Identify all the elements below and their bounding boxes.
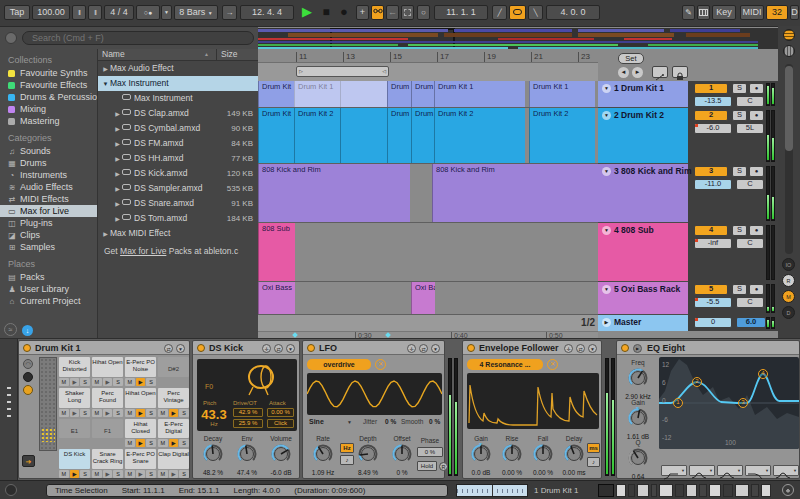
show-r-toggle[interactable]: R <box>782 274 795 287</box>
file-list-row[interactable]: ▶DS Clap.amxd149 KB <box>98 106 258 121</box>
device-chain-thumbnail[interactable] <box>651 484 657 497</box>
track-number-button[interactable]: 1 <box>694 83 728 94</box>
follow-button[interactable]: → <box>222 5 237 20</box>
drum-pad-e1[interactable]: E1M▶S <box>59 419 90 448</box>
show-m-toggle[interactable]: M <box>782 290 795 303</box>
device-chain-thumbnail[interactable] <box>616 484 626 497</box>
auto-select-toggle[interactable]: ➔ <box>22 455 35 467</box>
env-knob-value[interactable]: 47.4 % <box>230 469 264 477</box>
prev-locator-button[interactable]: ◄ <box>618 67 629 78</box>
track-pan-field[interactable]: C <box>736 96 764 107</box>
browser-collapse-button[interactable] <box>5 32 17 44</box>
pad-play-button[interactable]: ▶ <box>103 409 113 417</box>
filter-type-menu[interactable]: ▼ <box>745 465 771 476</box>
clip[interactable]: 808 Sub <box>258 223 295 281</box>
track-volume-field[interactable]: -6.0 <box>694 123 732 134</box>
pad-name[interactable]: Kick Distorted <box>59 357 90 377</box>
sidebar-item-drums[interactable]: ▦Drums <box>0 157 97 169</box>
master-volume-field[interactable]: 0 <box>694 317 732 328</box>
pad-mute-button[interactable]: M <box>125 378 135 386</box>
beat-time-ruler[interactable]: 11131517192123 <box>258 49 598 63</box>
pad-play-button[interactable]: ▶ <box>169 409 179 417</box>
drum-pad-shaker-long[interactable]: Shaker LongM▶S <box>59 388 90 417</box>
map-mode-icon[interactable]: ✛ <box>262 344 271 353</box>
macro-view-toggle[interactable]: ◠ <box>23 359 33 369</box>
drum-pad-clap-digital[interactable]: Clap DigitalM▶S <box>158 449 189 478</box>
device-chain-thumbnails[interactable] <box>598 484 776 497</box>
sidebar-item-clips[interactable]: ◪Clips <box>0 229 97 241</box>
device-on-toggle[interactable] <box>23 344 31 352</box>
arrangement-overview[interactable] <box>258 28 784 49</box>
unmap-icon[interactable]: ✕ <box>547 359 558 370</box>
device-chain-thumbnail[interactable] <box>659 484 673 497</box>
unfold-track-button[interactable]: ▼ <box>602 111 611 120</box>
fall-knob[interactable]: Fall0.00 % <box>526 435 560 477</box>
file-list-row[interactable]: ▶DS Cymbal.amxd90 KB <box>98 121 258 136</box>
max-for-live-link[interactable]: Max for Live <box>120 246 166 256</box>
sidebar-item-instruments[interactable]: ◔Instruments <box>0 169 97 181</box>
pad-name[interactable]: Clap Digital <box>158 449 189 469</box>
pad-play-button[interactable]: ▶ <box>103 378 113 386</box>
time-signature-field[interactable]: 4 / 4 <box>104 5 134 20</box>
sidebar-item-plug-ins[interactable]: ◫Plug-ins <box>0 217 97 229</box>
clip[interactable]: Drum Kit <box>258 108 294 163</box>
show-io-toggle[interactable]: IO <box>782 258 795 271</box>
q-knob-dial[interactable] <box>627 455 649 472</box>
clip[interactable] <box>340 108 387 163</box>
freq-knob[interactable]: Freq2.90 kHz <box>621 359 655 401</box>
device-title-bar[interactable]: Drum Kit 1 ⇄ ▼ <box>19 341 189 355</box>
filter-type-menu[interactable]: ▼ <box>717 465 743 476</box>
env-knob[interactable]: Env47.4 % <box>230 435 264 477</box>
file-list-row[interactable]: ▶Max MIDI Effect <box>98 226 258 241</box>
loop-start-handle[interactable]: ▷ <box>299 68 303 74</box>
device-chain-thumbnail[interactable] <box>699 484 707 497</box>
depth-knob[interactable]: Depth8.49 % <box>351 435 385 477</box>
drum-pad-e-perc-po-snare[interactable]: E-Perc PO SnareM▶S <box>125 449 156 478</box>
device-title-bar[interactable]: Envelope Follower ✛ ⇄ ▼ <box>463 341 601 355</box>
rate-knob[interactable]: Rate1.09 Hz <box>306 435 340 477</box>
pad-name[interactable]: E-Perc PO Noise <box>125 357 156 377</box>
drum-pad-ds-kick[interactable]: DS KickM▶S <box>59 449 90 478</box>
metronome-menu-arrow[interactable]: ▼ <box>161 5 172 20</box>
track-lane-4[interactable]: 808 Sub <box>258 223 598 282</box>
drum-pad-f1[interactable]: F1M▶S <box>92 419 123 448</box>
pad-solo-button[interactable]: S <box>146 409 156 417</box>
map-mode-icon[interactable]: ✛ <box>564 344 573 353</box>
arrangement-loop-brace[interactable]: ▷ ◁ <box>296 66 389 77</box>
unfold-track-button[interactable]: ▼ <box>602 84 611 93</box>
track-arm-button[interactable]: ● <box>749 225 764 236</box>
drum-pad-e-perc-digital[interactable]: E-Perc DigitalM▶S <box>158 419 189 448</box>
pad-mute-button[interactable]: M <box>59 378 69 386</box>
loop-length-field[interactable]: 4. 0. 0 <box>546 5 600 20</box>
pad-play-button[interactable]: ▶ <box>136 378 146 386</box>
clip[interactable]: Drum K <box>387 108 411 163</box>
sidebar-item-audio-effects[interactable]: ≋Audio Effects <box>0 181 97 193</box>
file-list-row[interactable]: ▶DS Sampler.amxd535 KB <box>98 181 258 196</box>
gain-knob-dial[interactable] <box>627 415 649 432</box>
drum-pad-hihat-open[interactable]: Hihat OpenM▶S <box>92 357 123 386</box>
track-height-toggle[interactable] <box>783 45 795 57</box>
clip[interactable]: Drum Kit 2 <box>529 108 595 163</box>
track-header-3[interactable]: ▼3 808 Kick and Rim <box>598 164 688 223</box>
track-solo-button[interactable]: S <box>732 166 747 177</box>
column-name[interactable]: Name <box>102 49 125 60</box>
quantize-menu[interactable]: 8 Bars ▼ <box>174 5 218 20</box>
pad-mute-button[interactable]: M <box>92 470 102 478</box>
pad-solo-button[interactable]: S <box>179 439 189 447</box>
track-volume-field[interactable]: -5.5 <box>694 297 732 308</box>
sidebar-item-sounds[interactable]: ♫Sounds <box>0 145 97 157</box>
clip[interactable]: Drum K <box>387 81 411 107</box>
lock-envelopes-button[interactable] <box>672 66 688 78</box>
rise-knob-value[interactable]: 0.00 % <box>495 469 529 477</box>
track-lane-1[interactable]: Drum KitDrum Kit 1Drum KDrum KDrum Kit 1… <box>258 81 598 108</box>
pad-solo-button[interactable]: S <box>113 378 123 386</box>
clip[interactable]: Drum Kit 2 <box>294 108 340 163</box>
gain-knob[interactable]: Gain▼1.61 dB <box>621 399 655 441</box>
file-list-row[interactable]: Max Instrument <box>98 91 258 106</box>
fall-knob-dial[interactable] <box>532 451 554 468</box>
sidebar-item-drums-percussion[interactable]: Drums & Percussion <box>0 91 97 103</box>
clip[interactable]: Drum Kit 1 <box>529 81 595 107</box>
pad-name[interactable]: F1 <box>92 419 123 439</box>
save-preset-icon[interactable]: ▼ <box>176 344 185 353</box>
device-chain-thumbnail[interactable] <box>637 484 649 497</box>
